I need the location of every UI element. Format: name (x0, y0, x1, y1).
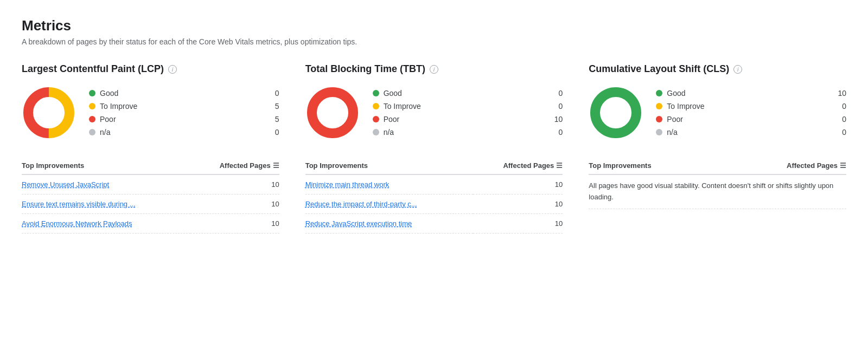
affected-pages-value: 10 (190, 214, 279, 234)
legend-dot (656, 116, 662, 122)
affected-pages-label: Affected Pages (503, 161, 554, 170)
legend-item-tbt-n/a: n/a 0 (373, 128, 563, 137)
metric-section-cls: Cumulative Layout Shift (CLS) i Good 10 … (589, 63, 846, 234)
legend-item-cls-poor: Poor 0 (656, 115, 846, 124)
donut-chart-tbt (305, 86, 360, 140)
legend-tbt: Good 0 To Improve 0 Poor 10 n/a 0 (373, 89, 563, 137)
metric-title-tbt: Total Blocking Time (TBT) i (305, 63, 563, 75)
legend-value: 0 (269, 128, 279, 137)
legend-label: Poor (384, 115, 548, 124)
legend-label: n/a (100, 128, 264, 137)
metric-title-text-tbt: Total Blocking Time (TBT) (305, 63, 425, 75)
affected-pages-value: 10 (473, 174, 563, 195)
table-row: Ensure text remains visible during ... 1… (22, 195, 279, 214)
legend-label: Good (100, 89, 264, 98)
col-header-pages-tbt: Affected Pages ☰ (473, 157, 563, 174)
legend-item-cls-n/a: n/a 0 (656, 128, 846, 137)
filter-icon[interactable]: ☰ (556, 161, 563, 170)
legend-label: n/a (667, 128, 831, 137)
legend-cls: Good 10 To Improve 0 Poor 0 n/a 0 (656, 89, 846, 137)
improvements-table-tbt: Top Improvements Affected Pages ☰ Minimi… (305, 157, 563, 234)
legend-item-cls-good: Good 10 (656, 89, 846, 98)
legend-item-lcp-to-improve: To Improve 5 (89, 102, 279, 111)
donut-chart-lcp (22, 86, 76, 140)
chart-legend-cls: Good 10 To Improve 0 Poor 0 n/a 0 (589, 86, 846, 140)
improvements-table-lcp: Top Improvements Affected Pages ☰ Remove… (22, 157, 279, 234)
chart-legend-tbt: Good 0 To Improve 0 Poor 10 n/a 0 (305, 86, 563, 140)
legend-label: To Improve (384, 102, 548, 111)
table-row: Remove Unused JavaScript 10 (22, 174, 279, 195)
legend-dot (656, 90, 662, 96)
info-icon-lcp[interactable]: i (168, 65, 177, 74)
affected-pages-label: Affected Pages (220, 161, 271, 170)
legend-label: Good (384, 89, 548, 98)
metric-section-lcp: Largest Contentful Paint (LCP) i Good 0 … (22, 63, 279, 234)
legend-item-tbt-poor: Poor 10 (373, 115, 563, 124)
legend-item-lcp-good: Good 0 (89, 89, 279, 98)
improvement-link[interactable]: Ensure text remains visible during ... (22, 195, 190, 214)
metric-title-text-lcp: Largest Contentful Paint (LCP) (22, 63, 164, 75)
legend-value: 0 (835, 115, 846, 124)
donut-chart-cls (589, 86, 643, 140)
legend-dot (656, 129, 662, 135)
col-header-improvements-tbt: Top Improvements (305, 157, 473, 174)
legend-value: 0 (835, 128, 846, 137)
legend-dot (373, 103, 379, 109)
improvement-link[interactable]: Reduce the impact of third-party c... (305, 195, 473, 214)
legend-label: To Improve (100, 102, 264, 111)
improvement-link[interactable]: Reduce JavaScript execution time (305, 214, 473, 234)
legend-dot (373, 129, 379, 135)
table-row: Reduce the impact of third-party c... 10 (305, 195, 563, 214)
improvement-link[interactable]: Remove Unused JavaScript (22, 174, 190, 195)
page-subtitle: A breakdown of pages by their status for… (22, 37, 846, 46)
legend-item-tbt-to-improve: To Improve 0 (373, 102, 563, 111)
metric-title-lcp: Largest Contentful Paint (LCP) i (22, 63, 279, 75)
legend-dot (373, 90, 379, 96)
metric-section-tbt: Total Blocking Time (TBT) i Good 0 To Im… (305, 63, 563, 234)
table-row: Reduce JavaScript execution time 10 (305, 214, 563, 234)
filter-icon[interactable]: ☰ (840, 161, 846, 170)
legend-value: 0 (835, 102, 846, 111)
chart-legend-lcp: Good 0 To Improve 5 Poor 5 n/a 0 (22, 86, 279, 140)
legend-dot (656, 103, 662, 109)
legend-value: 0 (552, 89, 563, 98)
legend-value: 5 (269, 102, 279, 111)
legend-label: Good (667, 89, 831, 98)
legend-label: To Improve (667, 102, 831, 111)
improvement-link[interactable]: Avoid Enormous Network Payloads (22, 214, 190, 234)
metric-title-cls: Cumulative Layout Shift (CLS) i (589, 63, 846, 75)
legend-dot (89, 116, 95, 122)
col-header-improvements-lcp: Top Improvements (22, 157, 190, 174)
legend-item-lcp-n/a: n/a 0 (89, 128, 279, 137)
legend-label: Poor (667, 115, 831, 124)
good-message-row: All pages have good visual stability. Co… (589, 174, 846, 209)
affected-pages-value: 10 (473, 195, 563, 214)
legend-dot (89, 103, 95, 109)
col-header-pages-lcp: Affected Pages ☰ (190, 157, 279, 174)
svg-point-3 (595, 92, 636, 133)
table-row: Avoid Enormous Network Payloads 10 (22, 214, 279, 234)
filter-icon[interactable]: ☰ (273, 161, 279, 170)
legend-lcp: Good 0 To Improve 5 Poor 5 n/a 0 (89, 89, 279, 137)
metric-title-text-cls: Cumulative Layout Shift (CLS) (589, 63, 729, 75)
legend-value: 0 (552, 102, 563, 111)
legend-value: 5 (269, 115, 279, 124)
legend-value: 10 (835, 89, 846, 98)
legend-item-tbt-good: Good 0 (373, 89, 563, 98)
legend-label: Poor (100, 115, 264, 124)
legend-value: 0 (269, 89, 279, 98)
legend-dot (89, 129, 95, 135)
legend-dot (373, 116, 379, 122)
legend-dot (89, 90, 95, 96)
legend-value: 0 (552, 128, 563, 137)
info-icon-tbt[interactable]: i (430, 65, 438, 74)
affected-pages-value: 10 (190, 195, 279, 214)
col-header-pages-cls: Affected Pages ☰ (721, 157, 846, 174)
affected-pages-value: 10 (190, 174, 279, 195)
improvement-link[interactable]: Minimize main thread work (305, 174, 473, 195)
metrics-grid: Largest Contentful Paint (LCP) i Good 0 … (22, 63, 846, 234)
legend-item-lcp-poor: Poor 5 (89, 115, 279, 124)
info-icon-cls[interactable]: i (733, 65, 742, 74)
affected-pages-value: 10 (473, 214, 563, 234)
table-row: Minimize main thread work 10 (305, 174, 563, 195)
